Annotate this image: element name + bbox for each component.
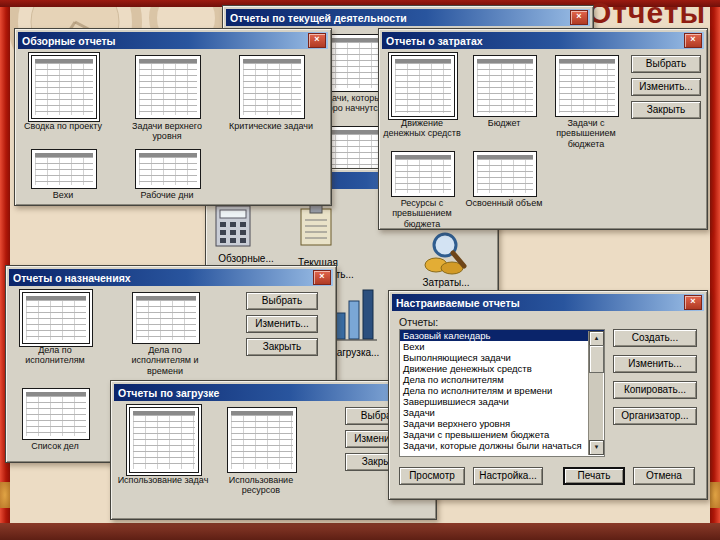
list-item[interactable]: Задачи	[400, 407, 604, 418]
thumb-cash-flow[interactable]	[391, 55, 455, 117]
report-label: Сводка по проекту	[15, 121, 111, 131]
close-icon[interactable]	[684, 33, 702, 48]
assignment-title: Отчеты о назначениях	[13, 272, 313, 284]
thumb-working-days[interactable]	[135, 149, 201, 189]
create-button[interactable]: Создать...	[613, 329, 697, 347]
copy-button[interactable]: Копировать...	[613, 381, 697, 399]
close-icon[interactable]	[570, 10, 588, 25]
current-activity-category-icon[interactable]	[297, 205, 337, 247]
report-label: Использование ресурсов	[215, 475, 307, 496]
select-button[interactable]: Выбрать	[631, 55, 701, 73]
thumb-overbudget-resources[interactable]	[391, 151, 455, 197]
dialog-cost-reports: Отчеты о затратах Движение денежных сред…	[378, 28, 708, 230]
thumb-resource-usage[interactable]	[227, 407, 297, 473]
category-label-costs[interactable]: Затраты...	[411, 277, 481, 289]
list-item[interactable]: Вехи	[400, 341, 604, 352]
cost-title: Отчеты о затратах	[386, 35, 684, 47]
custom-title-bar[interactable]: Настраиваемые отчеты	[392, 294, 704, 311]
workload-title-bar[interactable]: Отчеты по загрузке	[114, 384, 433, 401]
thumb-earned-value[interactable]	[473, 151, 537, 197]
costs-category-icon[interactable]	[423, 231, 467, 275]
slide-right-border	[710, 0, 720, 540]
slide-title: Отчеты	[588, 0, 706, 31]
list-item[interactable]: Завершившиеся задачи	[400, 396, 604, 407]
report-label: Задачи с превышением бюджета	[545, 118, 627, 149]
thumbnail-preview	[395, 59, 451, 113]
overview-category-icon[interactable]	[214, 205, 254, 247]
report-label: Рабочие дни	[119, 190, 215, 200]
thumb-top-level-tasks[interactable]	[135, 55, 201, 119]
thumb-project-summary[interactable]	[31, 55, 97, 119]
close-button[interactable]: Закрыть	[631, 101, 701, 119]
thumb-who-does-what-when[interactable]	[132, 292, 200, 344]
report-label: Ресурсы с превышением бюджета	[381, 198, 463, 229]
thumbnail-preview	[477, 155, 533, 193]
scroll-up-icon[interactable]: ▲	[589, 331, 604, 346]
preview-button[interactable]: Просмотр	[399, 467, 465, 485]
reports-list-label: Отчеты:	[399, 316, 459, 328]
left-bar-ornament	[0, 482, 10, 508]
thumb-overbudget-tasks[interactable]	[555, 55, 619, 117]
reports-listbox[interactable]: Базовый календарь Вехи Выполняющиеся зад…	[399, 329, 605, 457]
scrollbar-thumb[interactable]	[589, 345, 604, 373]
thumbnail-preview	[559, 59, 615, 113]
workload-title: Отчеты по загрузке	[118, 387, 413, 399]
overview-title: Обзорные отчеты	[22, 35, 308, 47]
overview-title-bar[interactable]: Обзорные отчеты	[18, 32, 328, 49]
organizer-button[interactable]: Организатор...	[613, 407, 697, 425]
report-label: Список дел	[12, 441, 98, 451]
setup-button[interactable]: Настройка...	[473, 467, 543, 485]
dialog-custom-reports: Настраиваемые отчеты Отчеты: Базовый кал…	[388, 290, 708, 500]
thumb-budget[interactable]	[473, 55, 537, 117]
thumbnail-preview	[26, 392, 86, 436]
close-icon[interactable]	[684, 295, 702, 310]
list-item[interactable]: Дела по исполнителям	[400, 374, 604, 385]
thumb-milestones[interactable]	[31, 149, 97, 189]
print-button[interactable]: Печать	[563, 467, 625, 485]
current-activity-title: Отчеты по текущей деятельности	[230, 12, 570, 24]
list-item[interactable]: Задачи, которые должны были начаться	[400, 440, 604, 451]
close-icon[interactable]	[313, 270, 331, 285]
edit-button[interactable]: Изменить...	[631, 78, 701, 96]
slide-bottom-border	[0, 523, 720, 540]
thumbnail-preview	[136, 296, 196, 340]
cost-title-bar[interactable]: Отчеты о затратах	[382, 32, 704, 49]
report-label: Дела по исполнителям	[12, 345, 98, 366]
report-label: Освоенный объем	[463, 198, 545, 208]
report-label: Вехи	[15, 190, 111, 200]
thumbnail-preview	[26, 296, 86, 340]
list-item[interactable]: Выполняющиеся задачи	[400, 352, 604, 363]
workload-category-icon[interactable]	[331, 285, 379, 343]
list-item[interactable]: Движение денежных средств	[400, 363, 604, 374]
edit-button[interactable]: Изменить...	[613, 355, 697, 373]
thumbnail-preview	[395, 155, 451, 193]
close-icon[interactable]	[308, 33, 326, 48]
cancel-button[interactable]: Отмена	[633, 467, 695, 485]
thumb-todo-list[interactable]	[22, 388, 90, 440]
close-button[interactable]: Закрыть	[246, 338, 318, 356]
custom-title: Настраиваемые отчеты	[396, 297, 684, 309]
thumbnail-preview	[133, 411, 195, 469]
report-label: Использование задач	[117, 475, 209, 485]
current-activity-title-bar[interactable]: Отчеты по текущей деятельности	[226, 9, 590, 26]
list-item[interactable]: Задачи верхнего уровня	[400, 418, 604, 429]
thumbnail-preview	[35, 59, 93, 115]
thumb-critical-tasks[interactable]	[239, 55, 305, 119]
thumb-task-usage[interactable]	[129, 407, 199, 473]
edit-button[interactable]: Изменить...	[246, 315, 318, 333]
report-label: Бюджет	[463, 118, 545, 128]
report-label: Дела по исполнителям и времени	[122, 345, 208, 376]
scroll-down-icon[interactable]: ▼	[589, 440, 604, 455]
thumbnail-preview	[35, 153, 93, 185]
thumbnail-preview	[231, 411, 293, 469]
list-item[interactable]: Задачи с превышением бюджета	[400, 429, 604, 440]
report-label: Критические задачи	[223, 121, 319, 131]
list-item[interactable]: Дела по исполнителям и времени	[400, 385, 604, 396]
list-item[interactable]: Базовый календарь	[400, 330, 604, 341]
assignment-title-bar[interactable]: Отчеты о назначениях	[9, 269, 333, 286]
listbox-scrollbar[interactable]: ▲ ▼	[588, 331, 603, 455]
thumb-who-does-what[interactable]	[22, 292, 90, 344]
dialog-overview-reports: Обзорные отчеты Сводка по проекту Задачи…	[14, 28, 332, 206]
thumbnail-preview	[139, 59, 197, 115]
select-button[interactable]: Выбрать	[246, 292, 318, 310]
